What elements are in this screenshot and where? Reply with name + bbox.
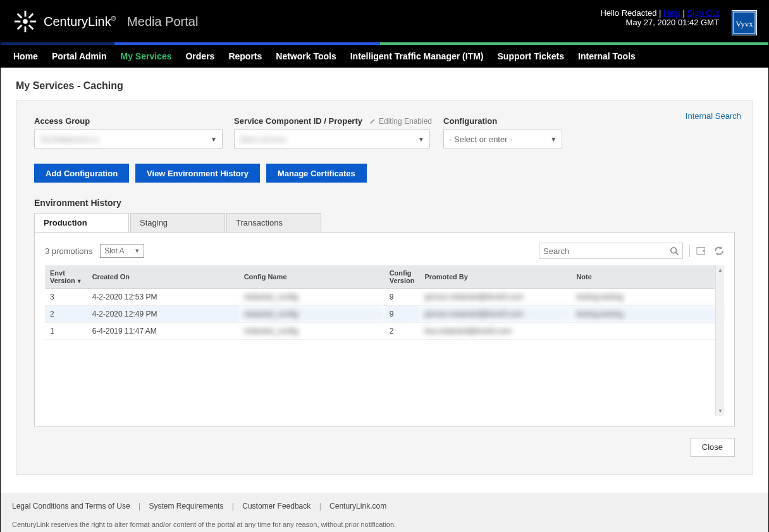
- vyvx-logo-icon: Vyvx: [732, 10, 757, 35]
- table-search-input[interactable]: [543, 246, 670, 256]
- configuration-label: Configuration: [443, 116, 562, 126]
- table-scrollbar[interactable]: ▲ ▼: [715, 265, 724, 416]
- environment-history-title: Environment History: [34, 198, 735, 208]
- col-envt-version[interactable]: Envt Version▼: [45, 265, 87, 289]
- action-button-row: Add Configuration View Environment Histo…: [34, 164, 735, 183]
- cell-config-version[interactable]: 2: [384, 323, 420, 340]
- search-icon: [670, 246, 679, 255]
- table-wrap: Envt Version▼ Created On Config Name Con…: [45, 265, 724, 416]
- nav-home[interactable]: Home: [13, 51, 38, 61]
- cell-envt: 2: [45, 306, 87, 323]
- scid-label: Service Component ID / Property Editing …: [234, 116, 432, 126]
- table-toolbar: 3 promotions Slot A ▼: [45, 243, 724, 259]
- svg-line-6: [29, 25, 34, 30]
- nav-network-tools[interactable]: Network Tools: [276, 51, 336, 61]
- nav-reports[interactable]: Reports: [228, 51, 262, 61]
- access-group-value: TechMahindra-o: [40, 135, 99, 144]
- slot-select[interactable]: Slot A ▼: [100, 244, 144, 258]
- table-row[interactable]: 1 6-4-2019 11:47 AM redacted_config 2 li…: [45, 323, 724, 340]
- scroll-down-icon[interactable]: ▼: [716, 407, 725, 416]
- internal-search-link[interactable]: Internal Search: [686, 111, 741, 121]
- cell-config-version[interactable]: 9: [384, 289, 420, 306]
- promotions-count: 3 promotions: [45, 246, 92, 256]
- scid-value: Ident service: [240, 135, 286, 144]
- env-history-tabs: Production Staging Transactions: [34, 213, 735, 232]
- col-created-on[interactable]: Created On: [87, 265, 239, 289]
- footer-sysreq-link[interactable]: System Requirements: [149, 502, 223, 511]
- cell-config-name[interactable]: redacted_config: [239, 323, 384, 340]
- svg-line-12: [676, 253, 679, 255]
- col-config-version[interactable]: Config Version: [384, 265, 420, 289]
- caret-down-icon: ▼: [211, 136, 217, 143]
- table-search[interactable]: [539, 243, 683, 259]
- nav-internal-tools[interactable]: Internal Tools: [578, 51, 636, 61]
- access-group-select[interactable]: TechMahindra-o ▼: [34, 130, 223, 148]
- cell-created: 4-2-2020 12:53 PM: [87, 289, 239, 306]
- cell-note: [571, 323, 724, 340]
- greeting-label: Hello: [600, 8, 619, 18]
- nav-orders[interactable]: Orders: [185, 51, 214, 61]
- top-right-links: Hello Redacted | Help | Sign Out May 27,…: [600, 8, 719, 27]
- add-configuration-button[interactable]: Add Configuration: [34, 164, 129, 183]
- cell-envt: 1: [45, 323, 87, 340]
- table-row[interactable]: 2 4-2-2020 12:49 PM redacted_config 9 pe…: [45, 306, 724, 323]
- svg-text:Vyvx: Vyvx: [735, 19, 753, 28]
- footer-cl-link[interactable]: CenturyLink.com: [329, 502, 386, 511]
- nav-itm[interactable]: Intelligent Traffic Manager (ITM): [350, 51, 484, 61]
- centurylink-burst-icon: [13, 9, 37, 33]
- view-environment-history-button[interactable]: View Environment History: [135, 164, 260, 183]
- cell-note: testing.testing: [571, 306, 724, 323]
- configuration-field: Configuration - Select or enter - ▼: [443, 116, 562, 148]
- export-icon[interactable]: [696, 246, 708, 256]
- editing-enabled-badge: Editing Enabled: [369, 117, 432, 126]
- tab-staging[interactable]: Staging: [130, 213, 225, 232]
- refresh-icon[interactable]: [714, 246, 724, 256]
- brand-area: CenturyLink® Media Portal: [13, 9, 198, 33]
- col-config-name[interactable]: Config Name: [239, 265, 384, 289]
- svg-line-5: [18, 14, 22, 18]
- scid-field: Service Component ID / Property Editing …: [234, 116, 432, 148]
- footer-disclaimer: CenturyLink reserves the right to alter …: [12, 519, 757, 533]
- svg-point-11: [671, 248, 677, 253]
- cell-promoted-by: lisa.redacted@level3.com: [419, 323, 571, 340]
- scid-select[interactable]: Ident service ▼: [234, 130, 430, 148]
- top-header: CenturyLink® Media Portal Hello Redacted…: [1, 1, 768, 42]
- nav-my-services[interactable]: My Services: [121, 51, 172, 61]
- cell-config-name[interactable]: redacted_config: [239, 306, 384, 323]
- page-footer: Legal Conditions and Terms of Use | Syst…: [1, 493, 768, 533]
- nav-portal-admin[interactable]: Portal Admin: [52, 51, 107, 61]
- cell-config-name[interactable]: redacted_config: [239, 289, 384, 306]
- brand-text: CenturyLink®: [44, 15, 116, 29]
- footer-legal-link[interactable]: Legal Conditions and Terms of Use: [12, 502, 130, 511]
- col-note[interactable]: Note: [571, 265, 724, 289]
- configuration-select[interactable]: - Select or enter - ▼: [443, 130, 562, 148]
- scroll-up-icon[interactable]: ▲: [716, 265, 725, 274]
- footer-links: Legal Conditions and Terms of Use | Syst…: [12, 502, 757, 511]
- cell-note: testing.testing: [571, 289, 724, 306]
- nav-support-tickets[interactable]: Support Tickets: [498, 51, 565, 61]
- footer-feedback-link[interactable]: Customer Feedback: [242, 502, 311, 511]
- signout-link[interactable]: Sign Out: [687, 8, 719, 18]
- col-promoted-by[interactable]: Promoted By: [419, 265, 571, 289]
- help-link[interactable]: Help: [663, 8, 680, 18]
- header-timestamp: May 27, 2020 01:42 GMT: [600, 18, 719, 27]
- close-button[interactable]: Close: [690, 438, 735, 457]
- caret-down-icon: ▼: [418, 136, 424, 143]
- svg-point-0: [23, 19, 28, 24]
- caret-down-icon: ▼: [134, 248, 140, 254]
- cell-promoted-by: person.redacted@level3.com: [419, 289, 571, 306]
- tab-content-production: 3 promotions Slot A ▼: [34, 232, 735, 426]
- table-row[interactable]: 3 4-2-2020 12:53 PM redacted_config 9 pe…: [45, 289, 724, 306]
- promotions-table: Envt Version▼ Created On Config Name Con…: [45, 265, 724, 416]
- main-panel: Internal Search Access Group TechMahindr…: [16, 100, 753, 475]
- manage-certificates-button[interactable]: Manage Certificates: [266, 164, 367, 183]
- username: Redacted: [622, 8, 657, 18]
- tab-production[interactable]: Production: [34, 213, 129, 232]
- portal-subtitle: Media Portal: [127, 15, 198, 29]
- accent-stripe: [1, 42, 768, 45]
- tab-transactions[interactable]: Transactions: [226, 213, 321, 232]
- slot-value: Slot A: [104, 246, 124, 255]
- cell-config-version[interactable]: 9: [384, 306, 420, 323]
- sort-desc-icon: ▼: [77, 278, 82, 284]
- caret-down-icon: ▼: [550, 136, 557, 143]
